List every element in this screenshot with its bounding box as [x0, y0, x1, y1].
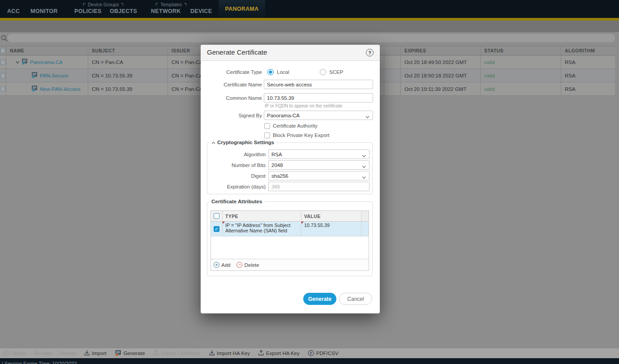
signed-by-value: Panorama-CA [267, 113, 300, 118]
blank-cell [384, 69, 401, 82]
certificate-name-link[interactable]: Panorama-CA [30, 60, 63, 65]
digest-select[interactable]: sha256 [268, 171, 370, 180]
column-header-status[interactable]: STATUS [481, 46, 561, 55]
row-checkbox[interactable] [0, 86, 5, 92]
status-badge: valid [484, 60, 495, 65]
row-checkbox[interactable] [0, 60, 5, 65]
column-header-subject[interactable]: SUBJECT [88, 46, 168, 55]
generate-submit-button[interactable]: Generate [303, 293, 336, 305]
algorithm-value: RSA [271, 152, 282, 157]
row-checkbox[interactable] [0, 73, 5, 78]
attributes-table: TYPE VALUE ✓ IP = "IP Address" from Subj… [211, 210, 369, 271]
panorama-screen: ACC MONITOR POLICIES OBJECTS NETWORK DEV… [0, 0, 619, 364]
certificate-name-input[interactable] [264, 80, 373, 89]
digest-label: Digest [207, 173, 266, 179]
signed-by-select[interactable]: Panorama-CA [264, 111, 373, 120]
certificate-icon [21, 58, 28, 66]
device-groups-label: Device Groups [83, 2, 123, 7]
certificate-name-link[interactable]: New-PAN-Access [40, 86, 81, 92]
generate-button[interactable]: Generate [115, 350, 145, 357]
expires-cell: Oct 20 18:50:18 2022 GMT [401, 69, 481, 82]
attribute-type-value: IP = "IP Address" from Subject Alternati… [225, 223, 297, 234]
subject-cell: CN = 10.73.55.39 [88, 82, 168, 95]
attribute-row[interactable]: ✓ IP = "IP Address" from Subject Alterna… [211, 222, 369, 236]
modified-corner-marker [223, 222, 225, 224]
certificate-name-link[interactable]: PAN-Secure [40, 73, 68, 78]
subject-cell: CN = Pan-CA [88, 56, 168, 69]
column-header-name[interactable]: NAME [6, 46, 88, 55]
radio-scep[interactable] [320, 69, 326, 75]
certificate-icon [115, 350, 122, 357]
delete-button: Delete [4, 350, 26, 357]
attributes-select-all-checkbox[interactable] [214, 213, 219, 219]
tab-acc[interactable]: ACC [7, 8, 20, 14]
tab-monitor[interactable]: MONITOR [30, 8, 58, 14]
right-bracket [121, 3, 123, 6]
blank-cell [384, 56, 401, 69]
signed-by-label: Signed By [201, 113, 262, 118]
session-text: | Session Expire Time: 10/20/2022 [2, 361, 77, 364]
attr-column-type[interactable]: TYPE [223, 211, 301, 221]
cancel-button[interactable]: Cancel [339, 293, 372, 305]
chevron-down-icon[interactable] [15, 60, 20, 64]
common-name-input[interactable] [264, 93, 373, 103]
column-header-expires[interactable]: EXPIRES [401, 46, 481, 55]
tab-policies[interactable]: POLICIES [74, 8, 102, 14]
common-name-label: Common Name [201, 95, 262, 101]
select-all-cell [0, 46, 6, 55]
sub-navigation-band [0, 21, 619, 32]
templates-label: Templates [156, 2, 186, 7]
certificate-type-label: Certificate Type [201, 69, 262, 75]
search-row [0, 32, 619, 46]
tab-objects[interactable]: OBJECTS [110, 8, 137, 14]
radio-scep-label: SCEP [329, 69, 343, 75]
circle-minus-icon [4, 350, 9, 357]
import-ha-key-button[interactable]: Import HA Key [209, 350, 250, 357]
algorithm-cell: RSA [561, 69, 615, 82]
column-header-algorithm[interactable]: ALGORITHM [561, 46, 615, 55]
attributes-empty-area [211, 236, 369, 259]
expiration-days-input[interactable] [268, 182, 370, 191]
minus-circle-icon: − [236, 262, 242, 268]
algorithm-select[interactable]: RSA [268, 150, 370, 159]
renew-button: Renew [60, 351, 76, 356]
pdf-csv-button[interactable]: PDF/CSV [308, 350, 339, 357]
expires-cell: Oct 20 19:11:39 2022 GMT [401, 82, 481, 95]
select-all-checkbox[interactable] [0, 48, 5, 53]
expiration-days-label: Expiration (days) [207, 184, 266, 189]
algorithm-cell: RSA [561, 56, 615, 69]
left-bracket [83, 3, 86, 6]
radio-local[interactable] [267, 69, 274, 75]
attribute-row-checkbox[interactable]: ✓ [214, 226, 219, 232]
attr-column-value[interactable]: VALUE [301, 211, 361, 221]
certificate-name-label: Certificate Name [201, 82, 262, 87]
tab-device[interactable]: DEVICE [190, 8, 212, 14]
certificate-icon [31, 85, 38, 93]
crypto-settings-title: Cryptographic Settings [217, 140, 274, 145]
radio-local-label: Local [277, 69, 289, 75]
column-header-blank[interactable] [384, 46, 401, 55]
chevron-down-icon [362, 164, 366, 169]
collapse-chevron-icon[interactable] [211, 140, 215, 145]
tab-panorama-label: PANORAMA [225, 6, 258, 12]
import-button[interactable]: Import [84, 350, 107, 357]
search-input[interactable] [7, 33, 616, 43]
status-badge: valid [484, 86, 495, 92]
circled-document-icon [308, 350, 314, 357]
status-footer: | Session Expire Time: 10/20/2022 [0, 358, 619, 364]
add-attribute-button[interactable]: + Add [214, 262, 230, 268]
export-ha-key-button[interactable]: Export HA Key [258, 350, 300, 357]
tab-network[interactable]: NETWORK [151, 8, 181, 14]
expires-cell: Oct 20 18:49:50 2022 GMT [401, 56, 481, 69]
tray-up-arrow-icon [258, 350, 264, 357]
chevron-down-icon [362, 153, 366, 158]
help-icon[interactable]: ? [366, 49, 374, 56]
delete-attribute-button[interactable]: − Delete [236, 262, 259, 268]
modified-corner-marker [301, 222, 304, 224]
dialog-titlebar: Generate Certificate ? [201, 45, 380, 61]
attribute-value: 10.73.55.39 [304, 223, 330, 228]
number-of-bits-select[interactable]: 2048 [268, 160, 370, 170]
tab-panorama[interactable]: PANORAMA [219, 0, 265, 18]
certificate-authority-checkbox[interactable] [264, 123, 270, 129]
block-private-key-checkbox[interactable] [264, 133, 270, 138]
